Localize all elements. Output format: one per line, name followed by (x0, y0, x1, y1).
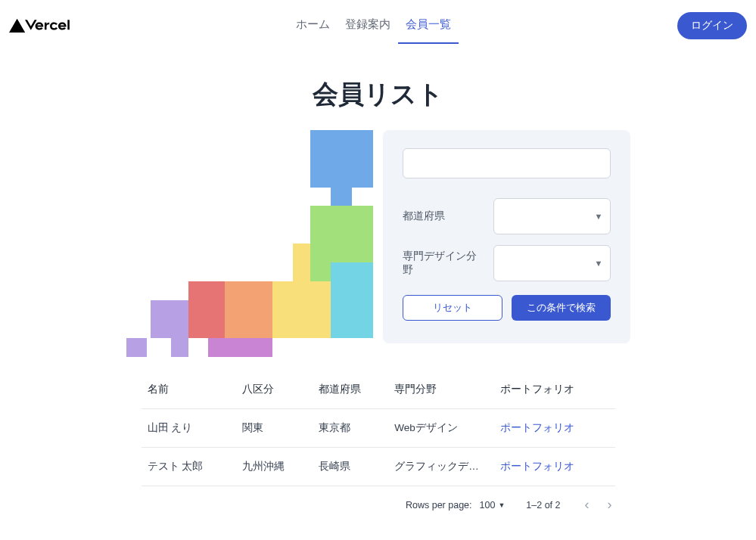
japan-map[interactable] (126, 116, 373, 343)
page-title: 会員リスト (0, 77, 756, 112)
chevron-down-icon: ▼ (498, 501, 505, 509)
cell-name: テスト 太郎 (142, 448, 236, 486)
reset-button[interactable]: リセット (403, 295, 503, 321)
table-header-row: 名前 八区分 都道府県 専門分野 ポートフォリオ (142, 371, 615, 409)
main-content: 都道府県 ▼ 専門デザイン分野 ▼ リセット この条件で検索 (0, 130, 756, 343)
cell-region: 九州沖縄 (236, 448, 313, 486)
page-range: 1–2 of 2 (526, 500, 560, 511)
header-region: 八区分 (236, 371, 313, 409)
header-name: 名前 (142, 371, 236, 409)
cell-prefecture: 東京都 (313, 409, 389, 448)
design-field-select[interactable] (493, 245, 611, 281)
portfolio-link[interactable]: ポートフォリオ (500, 461, 574, 472)
vercel-logo[interactable] (9, 17, 70, 34)
cell-specialty: Webデザイン (388, 409, 494, 448)
search-panel: 都道府県 ▼ 専門デザイン分野 ▼ リセット この条件で検索 (383, 130, 630, 343)
header-prefecture: 都道府県 (313, 371, 389, 409)
header: ホーム 登録案内 会員一覧 ログイン (0, 0, 756, 51)
nav-tab-home[interactable]: ホーム (288, 7, 338, 44)
prefecture-label: 都道府県 (403, 209, 484, 223)
rows-per-page-label: Rows per page: (406, 500, 472, 511)
cell-region: 関東 (236, 409, 313, 448)
cell-name: 山田 えり (142, 409, 236, 448)
rows-per-page-select[interactable]: 100 ▼ (480, 500, 506, 511)
prev-page-button[interactable]: ‹ (582, 494, 593, 516)
nav-tab-members[interactable]: 会員一覧 (398, 7, 459, 44)
cell-specialty: グラフィックデザ… (388, 448, 494, 486)
search-button[interactable]: この条件で検索 (512, 295, 611, 321)
table-row: 山田 えり 関東 東京都 Webデザイン ポートフォリオ (142, 409, 615, 448)
search-input[interactable] (403, 148, 611, 178)
nav-tab-registration[interactable]: 登録案内 (338, 7, 398, 44)
header-specialty: 専門分野 (388, 371, 494, 409)
header-portfolio: ポートフォリオ (494, 371, 614, 409)
cell-prefecture: 長崎県 (313, 448, 389, 486)
pagination: Rows per page: 100 ▼ 1–2 of 2 ‹ › (142, 486, 615, 523)
next-page-button[interactable]: › (605, 494, 615, 516)
members-table: 名前 八区分 都道府県 専門分野 ポートフォリオ 山田 えり 関東 東京都 We… (126, 371, 630, 523)
design-field-label: 専門デザイン分野 (403, 250, 484, 277)
table-row: テスト 太郎 九州沖縄 長崎県 グラフィックデザ… ポートフォリオ (142, 448, 615, 486)
login-button[interactable]: ログイン (677, 12, 747, 39)
nav-tabs: ホーム 登録案内 会員一覧 (288, 7, 459, 44)
portfolio-link[interactable]: ポートフォリオ (500, 422, 574, 433)
prefecture-select[interactable] (493, 198, 611, 234)
